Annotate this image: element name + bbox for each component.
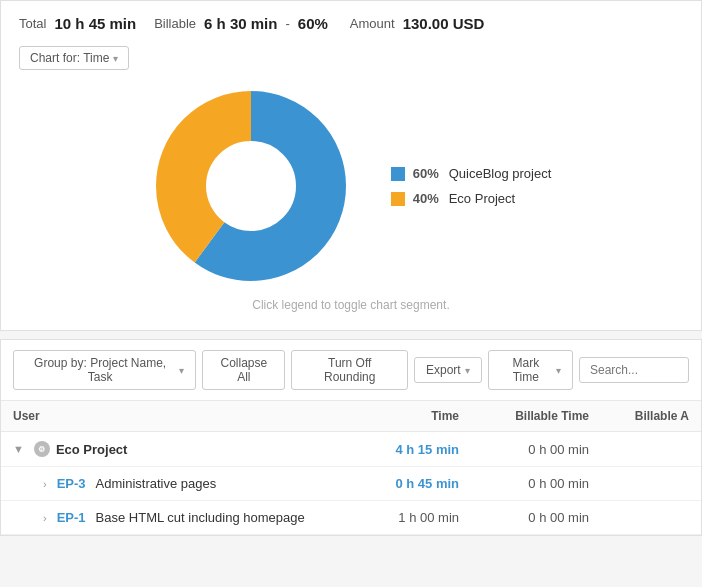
task-name-ep3: Administrative pages bbox=[96, 476, 217, 491]
billable-pct: 60% bbox=[298, 15, 328, 32]
table-row: ▼ ⚙ Eco Project 4 h 15 min 0 h 00 min bbox=[1, 432, 701, 467]
col-billable-amount: Billable A bbox=[589, 409, 689, 423]
chart-section: 40% 60% 60% QuiceBlog project 40% Eco Pr… bbox=[19, 76, 683, 292]
group-by-chevron: ▾ bbox=[179, 365, 184, 376]
task-billable-ep3: 0 h 00 min bbox=[459, 476, 589, 491]
collapse-all-label: Collapse All bbox=[214, 356, 273, 384]
task-name-ep1: Base HTML cut including homepage bbox=[96, 510, 305, 525]
amount-value: 130.00 USD bbox=[403, 15, 485, 32]
task-time-ep1: 1 h 00 min bbox=[339, 510, 459, 525]
billable-label: Billable bbox=[154, 16, 196, 31]
chart-filter-label: Chart for: Time bbox=[30, 51, 109, 65]
billable-dash: - bbox=[285, 16, 289, 31]
mark-time-label: Mark Time bbox=[500, 356, 552, 384]
project-icon-eco: ⚙ bbox=[34, 441, 50, 457]
table-row: › EP-3 Administrative pages 0 h 45 min 0… bbox=[1, 467, 701, 501]
top-section: Total 10 h 45 min Billable 6 h 30 min - … bbox=[0, 0, 702, 331]
task-billable-ep1: 0 h 00 min bbox=[459, 510, 589, 525]
col-billable-time: Billable Time bbox=[459, 409, 589, 423]
task-id-ep1: EP-1 bbox=[57, 510, 86, 525]
task-row-ep3: › EP-3 Administrative pages bbox=[13, 476, 339, 491]
project-row-eco: ▼ ⚙ Eco Project bbox=[13, 441, 339, 457]
legend-item-blue[interactable]: 60% QuiceBlog project bbox=[391, 166, 552, 181]
group-by-button[interactable]: Group by: Project Name, Task ▾ bbox=[13, 350, 196, 390]
mark-time-button[interactable]: Mark Time ▾ bbox=[488, 350, 573, 390]
chart-filter-chevron: ▾ bbox=[113, 53, 118, 64]
total-label: Total bbox=[19, 16, 46, 31]
legend-pct-blue: 60% bbox=[413, 166, 439, 181]
expand-icon-ep1[interactable]: › bbox=[43, 512, 47, 524]
total-value: 10 h 45 min bbox=[54, 15, 136, 32]
export-chevron: ▾ bbox=[465, 365, 470, 376]
legend-color-orange bbox=[391, 192, 405, 206]
col-time: Time bbox=[339, 409, 459, 423]
legend-item-orange[interactable]: 40% Eco Project bbox=[391, 191, 552, 206]
mark-time-chevron: ▾ bbox=[556, 365, 561, 376]
turn-off-rounding-button[interactable]: Turn Off Rounding bbox=[291, 350, 408, 390]
task-time-ep3: 0 h 45 min bbox=[339, 476, 459, 491]
chart-note: Click legend to toggle chart segment. bbox=[19, 298, 683, 320]
project-time-eco: 4 h 15 min bbox=[339, 442, 459, 457]
project-billable-eco: 0 h 00 min bbox=[459, 442, 589, 457]
group-by-label: Group by: Project Name, Task bbox=[25, 356, 175, 384]
expand-icon-ep3[interactable]: › bbox=[43, 478, 47, 490]
export-button[interactable]: Export ▾ bbox=[414, 357, 482, 383]
donut-svg: 40% 60% bbox=[151, 86, 351, 286]
table-header: User Time Billable Time Billable A bbox=[1, 401, 701, 432]
col-user: User bbox=[13, 409, 339, 423]
chart-filter-button[interactable]: Chart for: Time ▾ bbox=[19, 46, 129, 70]
table-row: › EP-1 Base HTML cut including homepage … bbox=[1, 501, 701, 535]
legend-color-blue bbox=[391, 167, 405, 181]
donut-label-orange: 40% bbox=[213, 191, 242, 207]
legend-pct-orange: 40% bbox=[413, 191, 439, 206]
legend-label-blue: QuiceBlog project bbox=[449, 166, 552, 181]
chart-filter-bar: Chart for: Time ▾ bbox=[19, 46, 683, 70]
legend-label-orange: Eco Project bbox=[449, 191, 515, 206]
project-name-eco: Eco Project bbox=[56, 442, 128, 457]
task-id-ep3: EP-3 bbox=[57, 476, 86, 491]
export-label: Export bbox=[426, 363, 461, 377]
toolbar: Group by: Project Name, Task ▾ Collapse … bbox=[1, 340, 701, 401]
summary-bar: Total 10 h 45 min Billable 6 h 30 min - … bbox=[19, 15, 683, 32]
chart-legend: 60% QuiceBlog project 40% Eco Project bbox=[391, 166, 552, 206]
collapse-all-button[interactable]: Collapse All bbox=[202, 350, 285, 390]
donut-label-blue: 60% bbox=[261, 178, 290, 194]
search-input[interactable] bbox=[579, 357, 689, 383]
expand-icon-eco[interactable]: ▼ bbox=[13, 443, 24, 455]
task-row-ep1: › EP-1 Base HTML cut including homepage bbox=[13, 510, 339, 525]
donut-chart: 40% 60% bbox=[151, 86, 351, 286]
turn-off-rounding-label: Turn Off Rounding bbox=[303, 356, 396, 384]
amount-label: Amount bbox=[350, 16, 395, 31]
billable-value: 6 h 30 min bbox=[204, 15, 277, 32]
bottom-section: Group by: Project Name, Task ▾ Collapse … bbox=[0, 339, 702, 536]
